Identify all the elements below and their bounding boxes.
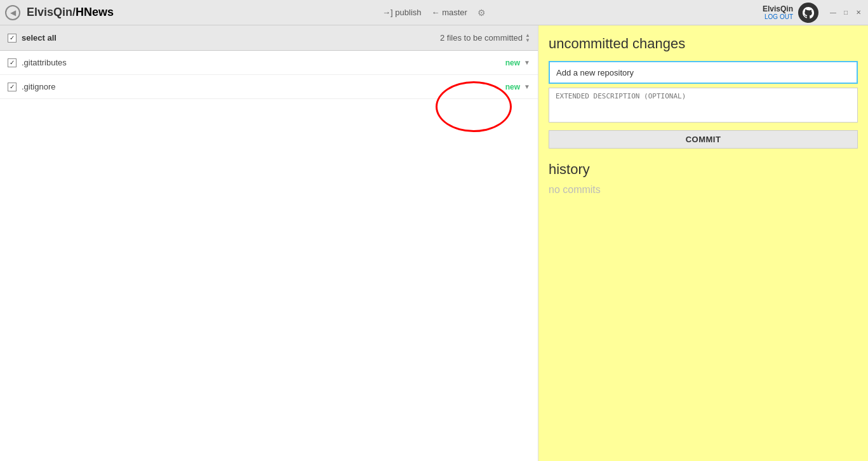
repo-owner: ElvisQin (27, 6, 72, 18)
file-row-left-2: .gitignore (8, 82, 55, 91)
left-panel: select all 2 files to be committed ▲ ▼ .… (0, 25, 538, 461)
files-count-area: 2 files to be committed ▲ ▼ (440, 33, 530, 43)
commit-message-input[interactable] (549, 61, 858, 84)
title-bar-right: ElvisQin LOG OUT — □ ✕ (763, 3, 863, 23)
close-button[interactable]: ✕ (854, 8, 863, 17)
user-info: ElvisQin LOG OUT (763, 4, 793, 20)
master-label: ← master (432, 8, 467, 17)
file-checkbox-gitattributes[interactable] (8, 58, 17, 67)
file-badge-gitignore: new (505, 83, 520, 91)
github-logo (798, 3, 818, 23)
commit-description-textarea[interactable] (549, 88, 858, 123)
settings-icon[interactable]: ⚙ (477, 8, 486, 18)
file-dropdown-gitattributes[interactable]: ▼ (524, 59, 530, 66)
left-content-empty (0, 99, 538, 461)
repo-title: ElvisQin/HNews (27, 6, 114, 19)
history-title: history (549, 161, 858, 178)
file-dropdown-gitignore[interactable]: ▼ (524, 83, 530, 90)
select-all-label: select all (22, 33, 57, 43)
maximize-button[interactable]: □ (841, 8, 850, 17)
table-row[interactable]: .gitattributes new ▼ (0, 51, 538, 75)
no-commits-label: no commits (549, 184, 858, 196)
select-all-area: select all (8, 33, 57, 43)
publish-label: →] publish (382, 8, 421, 17)
commit-button[interactable]: COMMIT (549, 130, 858, 149)
username: ElvisQin (763, 4, 793, 13)
file-row-right-2: new ▼ (505, 83, 530, 91)
title-bar-left: ◀ ElvisQin/HNews (5, 5, 114, 20)
title-bar: ◀ ElvisQin/HNews →] publish ← master ⚙ E… (0, 0, 868, 25)
file-row-left: .gitattributes (8, 58, 67, 67)
file-badge-gitattributes: new (505, 58, 520, 67)
table-row[interactable]: .gitignore new ▼ (0, 75, 538, 99)
main-layout: select all 2 files to be committed ▲ ▼ .… (0, 25, 868, 461)
logout-link[interactable]: LOG OUT (763, 13, 793, 20)
publish-button[interactable]: →] publish (382, 8, 421, 17)
file-list-header: select all 2 files to be committed ▲ ▼ (0, 25, 538, 51)
files-count-text: 2 files to be committed (440, 33, 523, 43)
back-button[interactable]: ◀ (5, 5, 20, 20)
file-row-right: new ▼ (505, 58, 530, 67)
minimize-button[interactable]: — (829, 8, 838, 17)
file-name-gitignore: .gitignore (22, 82, 55, 91)
select-all-checkbox[interactable] (8, 34, 17, 43)
uncommitted-title: uncommitted changes (549, 36, 858, 52)
sort-arrows[interactable]: ▲ ▼ (525, 33, 530, 43)
file-name-gitattributes: .gitattributes (22, 58, 67, 67)
file-checkbox-gitignore[interactable] (8, 83, 17, 91)
repo-name: HNews (76, 6, 114, 18)
right-panel: uncommitted changes COMMIT history no co… (538, 25, 868, 461)
title-bar-center: →] publish ← master ⚙ (382, 8, 486, 18)
window-controls: — □ ✕ (829, 8, 863, 17)
master-button[interactable]: ← master (432, 8, 467, 17)
